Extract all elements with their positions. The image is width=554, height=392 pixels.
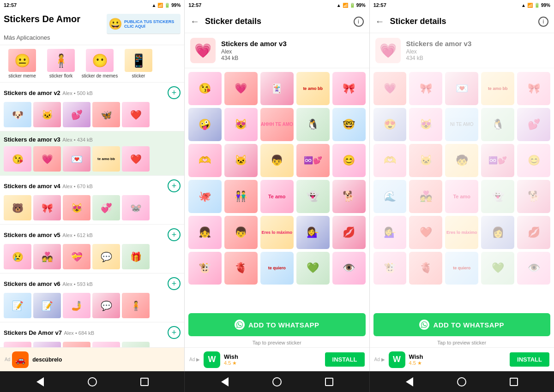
pack-row-v3[interactable]: Stickers de amor v3 Alex • 434 kB 😘 💗 💌 … xyxy=(0,131,184,176)
sticker-cell[interactable]: te amo bb xyxy=(481,72,514,105)
back-nav-left[interactable] xyxy=(34,375,47,388)
sticker-cell[interactable]: 👩 xyxy=(481,216,514,249)
pack-row-v6[interactable]: Stickers de amor v6 Alex • 593 kB + 📝 📝 … xyxy=(0,273,184,322)
sticker-cell[interactable]: 💋 xyxy=(332,216,366,249)
sticker-cell[interactable]: 🃏 xyxy=(260,72,294,105)
cat-item-dememes[interactable]: 😶 sticker de memes xyxy=(81,49,118,78)
sticker-cell[interactable]: 💑 xyxy=(409,180,442,213)
pack-row-v4[interactable]: Stickers de amor v4 Alex • 670 kB + 🐻 🎀 … xyxy=(0,176,184,225)
cat-item-meme[interactable]: 😐 sticker meme xyxy=(4,49,41,78)
sticker-cell[interactable]: NI TE AMO xyxy=(445,108,478,141)
sticker-cell[interactable]: 🎀 xyxy=(332,72,366,105)
sticker-cell[interactable]: 🐮 xyxy=(188,252,222,285)
sticker-cell[interactable]: 🤓 xyxy=(332,108,366,141)
sticker-cell[interactable]: 🐧 xyxy=(296,108,330,141)
sticker-cell[interactable]: 😻 xyxy=(224,108,258,141)
more-apps-link[interactable]: Más Aplicaciones xyxy=(4,34,181,41)
sticker-cell[interactable]: 💕 xyxy=(517,108,550,141)
pack-row-v7[interactable]: Stickers De Amor v7 Alex • 684 kB + 👩 👩 … xyxy=(0,322,184,347)
sticker-cell[interactable]: 👧 xyxy=(188,216,222,249)
sticker-cell[interactable]: Te amo xyxy=(260,180,294,213)
sticker-cell[interactable]: ♾️💕 xyxy=(481,144,514,177)
sticker-cell[interactable]: 💁‍♀️ xyxy=(296,216,330,249)
sticker-cell[interactable]: AHHH TE AMO xyxy=(260,108,294,141)
info-button-1[interactable]: i xyxy=(354,17,364,27)
sticker-cell[interactable]: Eres lo máximo xyxy=(260,216,294,249)
cat-item-flork[interactable]: 🧍 sticker flork xyxy=(42,49,79,78)
back-button-1[interactable]: ← xyxy=(190,16,199,27)
sticker-cell[interactable]: 😍 xyxy=(373,108,407,141)
recent-nav-right[interactable] xyxy=(507,375,520,388)
sticker-cell[interactable]: 🫀 xyxy=(409,252,442,285)
sticker-cell[interactable]: 👻 xyxy=(481,180,514,213)
sticker-cell[interactable]: 🤪 xyxy=(188,108,222,141)
sticker-cell[interactable]: 🌊 xyxy=(373,180,407,213)
sticker-cell[interactable]: 😊 xyxy=(517,144,550,177)
cat-thumb-dememes: 😶 xyxy=(86,49,114,72)
sticker-cell[interactable]: 👻 xyxy=(296,180,330,213)
sticker-cell[interactable]: te amo bb xyxy=(296,72,330,105)
banner[interactable]: 😀 PUBLICA TUS STICKERS CLIC AQUÍ xyxy=(108,18,179,30)
pack-title-v6: Stickers de amor v6 xyxy=(4,280,60,287)
cat-item-other[interactable]: 📱 sticker xyxy=(120,49,157,78)
sticker-cell[interactable]: te quiero xyxy=(260,252,294,285)
sticker-cell[interactable]: 🐕 xyxy=(517,180,550,213)
sticker-cell[interactable]: 👁️ xyxy=(332,252,366,285)
sticker-cell[interactable]: 👦 xyxy=(260,144,294,177)
sticker-cell[interactable]: 🎀 xyxy=(517,72,550,105)
pack-row-v2[interactable]: Stickers de amor v2 Alex • 500 kB + 🐶 🐱 … xyxy=(0,83,184,131)
wish-icon-2: W xyxy=(389,351,405,368)
sticker-cell[interactable]: Eres lo máximo xyxy=(445,216,478,249)
sticker-cell[interactable]: te quiero xyxy=(445,252,478,285)
home-nav-mid[interactable] xyxy=(271,375,283,388)
sticker-cell[interactable]: 🎀 xyxy=(409,72,442,105)
sticker-cell[interactable]: 🫀 xyxy=(224,252,258,285)
home-nav-left[interactable] xyxy=(86,375,99,388)
status-icons-right: ▲ 📶 🔋 99% xyxy=(521,3,550,8)
sticker-cell[interactable]: 💗 xyxy=(373,72,407,105)
sticker-cell[interactable]: 😻 xyxy=(409,108,442,141)
pack-add-v6[interactable]: + xyxy=(168,277,181,290)
install-btn-1[interactable]: INSTALL xyxy=(325,352,365,367)
back-nav-right[interactable] xyxy=(403,375,416,388)
sticker-cell[interactable]: 👁️ xyxy=(517,252,550,285)
info-button-2[interactable]: i xyxy=(538,17,548,27)
sticker-cell[interactable]: 😊 xyxy=(332,144,366,177)
sticker-cell[interactable]: 👫 xyxy=(224,180,258,213)
sticker-cell[interactable]: 🐙 xyxy=(188,180,222,213)
recent-nav-mid[interactable] xyxy=(323,375,336,388)
pack-add-v2[interactable]: + xyxy=(168,86,181,99)
pack-row-v5[interactable]: Stickers de amor v5 Alex • 612 kB + 😢 💑 … xyxy=(0,225,184,273)
add-to-whatsapp-btn-1[interactable]: ADD TO WHATSAPP xyxy=(188,313,366,336)
sticker-cell[interactable]: ♾️💕 xyxy=(296,144,330,177)
sticker-cell[interactable]: 🐕 xyxy=(332,180,366,213)
sticker-cell[interactable]: 🐱 xyxy=(409,144,442,177)
status-bar-right: 12:57 ▲ 📶 🔋 99% xyxy=(370,0,554,10)
sticker-cell[interactable]: 👦 xyxy=(224,216,258,249)
cat-label-meme: sticker meme xyxy=(8,73,36,78)
sticker-cell[interactable]: 🐱 xyxy=(224,144,258,177)
back-nav-mid[interactable] xyxy=(218,375,231,388)
sticker-cell[interactable]: 🫶 xyxy=(373,144,407,177)
sticker-cell[interactable]: 🐮 xyxy=(373,252,407,285)
sticker-cell[interactable]: 💌 xyxy=(445,72,478,105)
install-btn-2[interactable]: INSTALL xyxy=(510,352,549,367)
pack-add-v4[interactable]: + xyxy=(168,179,181,192)
pack-add-v5[interactable]: + xyxy=(168,228,181,241)
sticker-cell[interactable]: ❤️ xyxy=(409,216,442,249)
back-button-2[interactable]: ← xyxy=(375,16,385,27)
pack-add-v7[interactable]: + xyxy=(168,326,181,339)
sticker-cell[interactable]: 💁‍♀️ xyxy=(373,216,407,249)
sticker-cell[interactable]: 💚 xyxy=(481,252,514,285)
sticker-cell[interactable]: 🐧 xyxy=(481,108,514,141)
home-nav-right[interactable] xyxy=(455,375,468,388)
sticker-cell[interactable]: 💚 xyxy=(296,252,330,285)
add-to-whatsapp-btn-2[interactable]: ADD TO WHATSAPP xyxy=(373,313,551,336)
sticker-cell[interactable]: 🧒 xyxy=(445,144,478,177)
recent-nav-left[interactable] xyxy=(138,375,151,388)
sticker-cell[interactable]: Te amo xyxy=(445,180,478,213)
sticker-cell[interactable]: 🫶 xyxy=(188,144,222,177)
sticker-cell[interactable]: 😘 xyxy=(188,72,222,105)
sticker-cell[interactable]: 💋 xyxy=(517,216,550,249)
sticker-cell[interactable]: 💗 xyxy=(224,72,258,105)
